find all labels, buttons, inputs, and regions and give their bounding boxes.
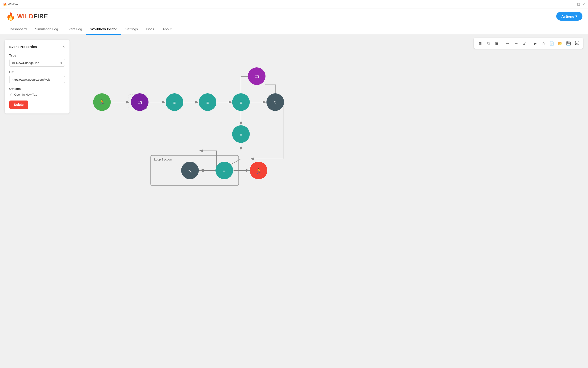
workflow-canvas[interactable]: ⊞ ⧉ ▣ ↩ ↪ 🗑 ▶ ☆ 📄 📂 💾 🖼 <box>74 35 588 368</box>
loop-section-label: Loop Section <box>154 158 172 161</box>
svg-text:🔥: 🔥 <box>6 12 15 21</box>
maximize-btn[interactable]: ☐ <box>577 2 580 6</box>
url-label: URL <box>9 70 65 74</box>
svg-text:≡: ≡ <box>173 100 176 105</box>
titlebar: 🔥 Wildfire — ☐ ✕ <box>0 0 588 9</box>
nav-docs[interactable]: Docs <box>142 24 158 35</box>
frame-button[interactable]: ▣ <box>493 39 501 47</box>
close-btn[interactable]: ✕ <box>582 2 585 6</box>
app-title: Wildfire <box>8 2 18 6</box>
toolbar-sep-1 <box>502 41 502 46</box>
open-button[interactable]: 📂 <box>556 39 564 47</box>
actions-arrow-icon: ▾ <box>576 14 577 18</box>
play-button[interactable]: ▶ <box>531 39 539 47</box>
svg-text:🗂: 🗂 <box>254 74 259 79</box>
select-arrow-icon: ⬍ <box>60 61 62 64</box>
logo-fire: FIRE <box>33 13 48 20</box>
favorite-button[interactable]: ☆ <box>540 39 547 47</box>
nav-workflow-editor[interactable]: Workflow Editor <box>86 24 121 35</box>
redo-button[interactable]: ↪ <box>512 39 520 47</box>
type-value: New/Change Tab <box>16 61 39 64</box>
app-icon: 🔥 <box>3 2 7 6</box>
type-label: Type <box>9 54 65 57</box>
logo-text: WILDFIRE <box>17 13 48 20</box>
svg-text:🔥: 🔥 <box>3 2 7 6</box>
type-icon: 🗂 <box>12 61 15 64</box>
header: 🔥 WILDFIRE Actions ▾ <box>0 9 588 24</box>
svg-text:≡: ≡ <box>240 100 242 105</box>
open-new-tab-checkbox[interactable]: ✔ Open in New Tab <box>9 92 65 97</box>
svg-text:≡: ≡ <box>240 132 242 137</box>
panel-title: Event Properties <box>9 45 37 49</box>
options-label: Options <box>9 87 65 91</box>
svg-text:↖: ↖ <box>273 100 277 106</box>
svg-text:🏃: 🏃 <box>256 168 262 174</box>
new-doc-button[interactable]: 📄 <box>548 39 556 47</box>
type-select[interactable]: 🗂 New/Change Tab ⬍ <box>9 59 65 67</box>
window-controls[interactable]: — ☐ ✕ <box>571 2 585 6</box>
minimize-btn[interactable]: — <box>571 2 575 6</box>
actions-label: Actions <box>561 14 574 18</box>
nav-simulation-log[interactable]: Simulation Log <box>31 24 62 35</box>
checkbox-label: Open in New Tab <box>14 93 37 96</box>
nav-settings[interactable]: Settings <box>121 24 142 35</box>
logo: 🔥 WILDFIRE <box>6 12 48 21</box>
svg-text:≡: ≡ <box>206 100 209 105</box>
workflow-diagram: Loop Section 🏃 🗂 ≡ <box>84 49 292 183</box>
nav-about[interactable]: About <box>158 24 176 35</box>
copy-button[interactable]: ⧉ <box>485 39 492 47</box>
event-properties-panel: Event Properties × Type 🗂 New/Change Tab… <box>5 40 69 113</box>
delete-button[interactable]: Delete <box>9 101 28 109</box>
logo-wild: WILD <box>17 13 33 20</box>
panel-header: Event Properties × <box>9 44 65 49</box>
url-input[interactable] <box>9 76 65 83</box>
canvas-toolbar: ⊞ ⧉ ▣ ↩ ↪ 🗑 ▶ ☆ 📄 📂 💾 🖼 <box>474 38 583 49</box>
logo-icon: 🔥 <box>6 12 15 21</box>
panel-close-button[interactable]: × <box>62 44 65 49</box>
nav-bar: Dashboard Simulation Log Event Log Workf… <box>0 24 588 35</box>
main-content: Event Properties × Type 🗂 New/Change Tab… <box>0 35 588 368</box>
image-button[interactable]: 🖼 <box>573 39 581 47</box>
svg-text:🗂: 🗂 <box>137 99 142 105</box>
undo-button[interactable]: ↩ <box>504 39 512 47</box>
titlebar-left: 🔥 Wildfire <box>3 2 18 6</box>
delete-node-button[interactable]: 🗑 <box>520 39 528 47</box>
toolbar-sep-2 <box>530 41 530 46</box>
svg-text:↖: ↖ <box>188 168 192 174</box>
nav-event-log[interactable]: Event Log <box>62 24 86 35</box>
svg-text:🏃: 🏃 <box>99 99 105 105</box>
nav-dashboard[interactable]: Dashboard <box>6 24 31 35</box>
actions-button[interactable]: Actions ▾ <box>556 12 582 21</box>
add-node-button[interactable]: ⊞ <box>476 39 484 47</box>
checkbox-icon: ✔ <box>9 92 12 97</box>
save-button[interactable]: 💾 <box>565 39 572 47</box>
svg-text:≡: ≡ <box>223 169 226 173</box>
